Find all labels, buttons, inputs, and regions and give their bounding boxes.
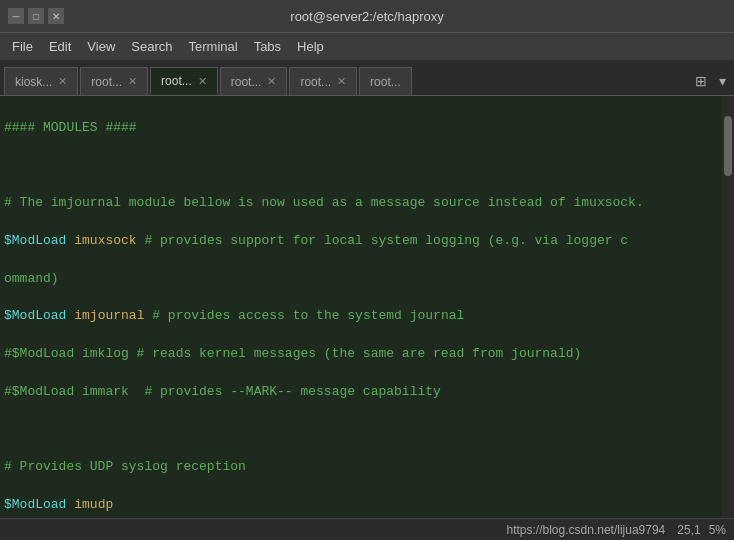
status-url: https://blog.csdn.net/lijua9794 [507,523,666,537]
tab-root-4[interactable]: root... ✕ [289,67,357,95]
tab-root-1[interactable]: root... ✕ [80,67,148,95]
line-7: #$ModLoad immark # provides --MARK-- mes… [4,383,718,402]
line-1: #### MODULES #### [4,119,718,138]
tab-root-5[interactable]: root... [359,67,412,95]
line-6: #$ModLoad imklog # reads kernel messages… [4,345,718,364]
line-5: $ModLoad imjournal # provides access to … [4,307,718,326]
tab-bar-actions: ⊞ ▾ [691,71,730,95]
tab-bar: kiosk... ✕ root... ✕ root... ✕ root... ✕… [0,60,734,96]
tab-close-icon[interactable]: ✕ [58,75,67,88]
tab-close-icon[interactable]: ✕ [337,75,346,88]
status-percent: 5% [709,523,726,537]
window-title: root@server2:/etc/haproxy [68,9,666,24]
tab-label: root... [300,75,331,89]
tab-new-button[interactable]: ⊞ [691,71,711,91]
line-4b: ommand) [4,270,718,289]
menu-tabs[interactable]: Tabs [246,35,289,58]
tab-label: kiosk... [15,75,52,89]
tab-dropdown-button[interactable]: ▾ [715,71,730,91]
tab-label: root... [161,74,192,88]
menu-edit[interactable]: Edit [41,35,79,58]
line-4: $ModLoad imuxsock # provides support for… [4,232,718,251]
terminal-wrapper: #### MODULES #### # The imjournal module… [0,96,734,518]
menu-search[interactable]: Search [123,35,180,58]
status-bar: https://blog.csdn.net/lijua9794 25,1 5% [0,518,734,540]
scrollbar-thumb[interactable] [724,116,732,176]
line-10: $ModLoad imudp [4,496,718,515]
menu-terminal[interactable]: Terminal [181,35,246,58]
menu-view[interactable]: View [79,35,123,58]
line-3: # The imjournal module bellow is now use… [4,194,718,213]
tab-label: root... [231,75,262,89]
menu-file[interactable]: File [4,35,41,58]
tab-close-icon[interactable]: ✕ [128,75,137,88]
menu-help[interactable]: Help [289,35,332,58]
status-position: 25,1 [677,523,700,537]
terminal-content[interactable]: #### MODULES #### # The imjournal module… [0,96,722,518]
menu-bar: File Edit View Search Terminal Tabs Help [0,32,734,60]
line-2 [4,157,718,176]
tab-label: root... [370,75,401,89]
tab-close-icon[interactable]: ✕ [198,75,207,88]
minimize-button[interactable]: ─ [8,8,24,24]
title-bar: ─ □ ✕ root@server2:/etc/haproxy [0,0,734,32]
close-button[interactable]: ✕ [48,8,64,24]
line-8 [4,420,718,439]
tab-root-2[interactable]: root... ✕ [150,67,218,95]
tab-label: root... [91,75,122,89]
maximize-button[interactable]: □ [28,8,44,24]
tab-kiosk[interactable]: kiosk... ✕ [4,67,78,95]
line-9: # Provides UDP syslog reception [4,458,718,477]
scrollbar[interactable] [722,96,734,518]
tab-root-3[interactable]: root... ✕ [220,67,288,95]
tab-close-icon[interactable]: ✕ [267,75,276,88]
